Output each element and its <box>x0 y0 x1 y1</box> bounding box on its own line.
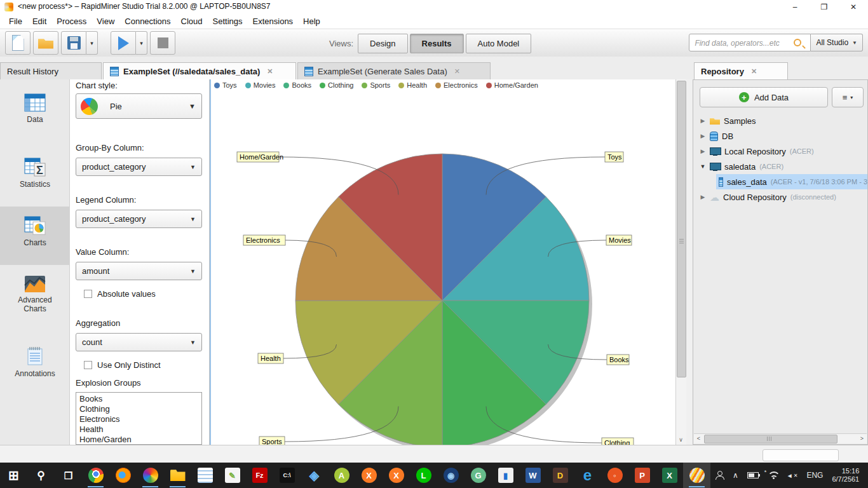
edge-icon[interactable]: e <box>574 463 601 488</box>
expander-expanded-icon[interactable]: ▼ <box>700 163 706 170</box>
group-by-dropdown[interactable]: product_category ▼ <box>76 158 202 176</box>
tab-repository[interactable]: Repository ✕ <box>694 62 788 79</box>
sidebar-item-charts[interactable]: Charts <box>0 207 70 265</box>
restore-button[interactable]: ❐ <box>810 0 839 14</box>
add-data-button[interactable]: + Add Data <box>700 87 828 107</box>
run-button[interactable] <box>111 31 136 55</box>
explosion-group-item[interactable]: Health <box>79 424 201 435</box>
notepad-plus-plus-icon[interactable]: ✎ <box>219 463 246 488</box>
genymotion-icon[interactable]: G <box>465 463 492 488</box>
firefox-icon[interactable] <box>109 463 137 488</box>
value-column-dropdown[interactable]: amount ▼ <box>76 262 202 280</box>
horizontal-scrollbar-thumb[interactable] <box>704 435 837 444</box>
tree-item-sales-data[interactable]: sales_data (ACER - v1, 7/6/18 3:06 PM - … <box>716 174 867 189</box>
hidden-icons-chevron-icon[interactable]: ∧ <box>728 463 743 488</box>
menu-item[interactable]: Settings <box>208 15 248 28</box>
tree-item-saledata[interactable]: ▼ saledata (ACER) <box>693 159 867 174</box>
search-input[interactable] <box>693 36 791 50</box>
scroll-down-button[interactable]: ∨ <box>676 435 686 444</box>
menu-item[interactable]: Help <box>298 15 325 28</box>
file-explorer-icon[interactable] <box>164 463 191 488</box>
start-button[interactable]: ⊞ <box>0 463 27 488</box>
tab-result-history[interactable]: Result History <box>0 62 102 79</box>
scroll-right-button[interactable]: > <box>857 434 867 443</box>
xampp-icon-2[interactable]: X <box>383 463 410 488</box>
explosion-group-item[interactable]: Books <box>79 394 201 404</box>
menu-item[interactable]: File <box>4 15 27 28</box>
repository-menu-button[interactable]: ≡ ▾ <box>832 87 864 107</box>
remote-desktop-icon[interactable]: ▮ <box>492 463 519 488</box>
battery-icon[interactable] <box>743 463 763 488</box>
tab-exampleset-sales-data[interactable]: ExampleSet (//saledata/sales_data) ✕ <box>103 62 296 79</box>
expander-collapsed-icon[interactable]: ▶ <box>700 148 706 154</box>
task-view-icon[interactable]: ❐ <box>55 463 82 488</box>
tree-item-cloud-repository[interactable]: ▶ ☁ Cloud Repository (disconnected) <box>693 189 867 205</box>
sidebar-item-annotations[interactable]: Annotations <box>0 346 70 378</box>
search-scope-dropdown[interactable]: All Studio ▼ <box>811 34 863 51</box>
menu-item[interactable]: Process <box>51 15 92 28</box>
legend-column-dropdown[interactable]: product_category ▼ <box>76 210 202 228</box>
minimize-button[interactable]: – <box>780 0 810 14</box>
save-dropdown-button[interactable]: ▾ <box>86 31 98 55</box>
sidebar-item-data[interactable]: Data <box>0 93 70 124</box>
line-icon[interactable]: L <box>410 463 437 488</box>
notification-center-icon[interactable]: 1 <box>864 463 868 488</box>
tab-exampleset-generate-sales-data[interactable]: ExampleSet (Generate Sales Data) ✕ <box>297 62 491 79</box>
new-process-button[interactable] <box>5 31 31 55</box>
taskbar-clock[interactable]: 15:16 6/7/2561 <box>827 463 864 488</box>
language-indicator[interactable]: ENG <box>802 463 827 488</box>
chrome-icon[interactable] <box>82 463 109 488</box>
menu-item[interactable]: Extensions <box>248 15 299 28</box>
explosion-group-item[interactable]: Electronics <box>79 414 201 424</box>
run-dropdown-button[interactable]: ▾ <box>136 31 147 55</box>
search-icon[interactable]: ⚲ <box>27 463 55 488</box>
explosion-group-item[interactable]: Home/Garden <box>79 435 201 445</box>
menu-item[interactable]: Cloud <box>176 15 208 28</box>
virtualbox-icon[interactable]: ◈ <box>301 463 328 488</box>
design-view-button[interactable]: Design <box>358 34 407 53</box>
menu-item[interactable]: View <box>92 15 119 28</box>
sidebar-item-advanced-charts[interactable]: Advanced Charts <box>0 275 70 313</box>
stop-button[interactable] <box>150 31 175 55</box>
menu-item[interactable]: Edit <box>27 15 51 28</box>
expander-collapsed-icon[interactable]: ▶ <box>700 118 706 124</box>
open-process-button[interactable] <box>33 31 58 55</box>
powerpoint-icon[interactable]: P <box>628 463 656 488</box>
rapidminer-icon[interactable] <box>683 463 710 488</box>
tree-item-db[interactable]: ▶ DB <box>693 128 867 144</box>
close-tab-icon[interactable]: ✕ <box>454 67 460 76</box>
media-player-icon[interactable]: ◉ <box>437 463 465 488</box>
people-icon[interactable] <box>710 463 728 488</box>
ubuntu-icon[interactable]: ◦ <box>601 463 628 488</box>
word-icon[interactable]: W <box>519 463 546 488</box>
android-studio-icon[interactable]: A <box>328 463 355 488</box>
horizontal-scrollbar[interactable]: < > <box>694 433 867 444</box>
close-button[interactable]: ✕ <box>839 0 868 14</box>
sidebar-item-statistics[interactable]: Σ Statistics <box>0 157 70 189</box>
expander-collapsed-icon[interactable]: ▶ <box>700 194 706 200</box>
absolute-values-checkbox[interactable] <box>84 290 92 298</box>
search-icon[interactable] <box>794 39 801 46</box>
volume-muted-icon[interactable]: ◄ ✕ <box>782 463 803 488</box>
tree-item-samples[interactable]: ▶ Samples <box>693 113 867 128</box>
paint-icon[interactable] <box>137 463 164 488</box>
aggregation-dropdown[interactable]: count ▼ <box>76 333 202 351</box>
expander-collapsed-icon[interactable]: ▶ <box>700 133 706 139</box>
chart-style-dropdown[interactable]: Pie ▼ <box>76 93 202 119</box>
command-prompt-icon[interactable]: C:\ <box>273 463 301 488</box>
explosion-group-item[interactable]: Clothing <box>79 404 201 414</box>
notepad-icon[interactable] <box>191 463 219 488</box>
tree-item-local-repository[interactable]: ▶ Local Repository (ACER) <box>693 144 867 159</box>
wifi-icon[interactable]: * <box>763 463 782 488</box>
auto-model-view-button[interactable]: Auto Model <box>466 34 532 53</box>
save-button[interactable] <box>61 31 86 55</box>
xampp-icon[interactable]: X <box>355 463 383 488</box>
filezilla-icon[interactable]: Fz <box>246 463 273 488</box>
use-only-distinct-checkbox[interactable] <box>84 361 92 369</box>
vertical-scrollbar[interactable]: ∨ <box>675 79 686 445</box>
menu-item[interactable]: Connections <box>119 15 175 28</box>
close-tab-icon[interactable]: ✕ <box>267 67 273 76</box>
close-tab-icon[interactable]: ✕ <box>751 67 757 76</box>
excel-icon[interactable]: X <box>656 463 683 488</box>
vertical-scrollbar-thumb[interactable] <box>677 81 686 377</box>
